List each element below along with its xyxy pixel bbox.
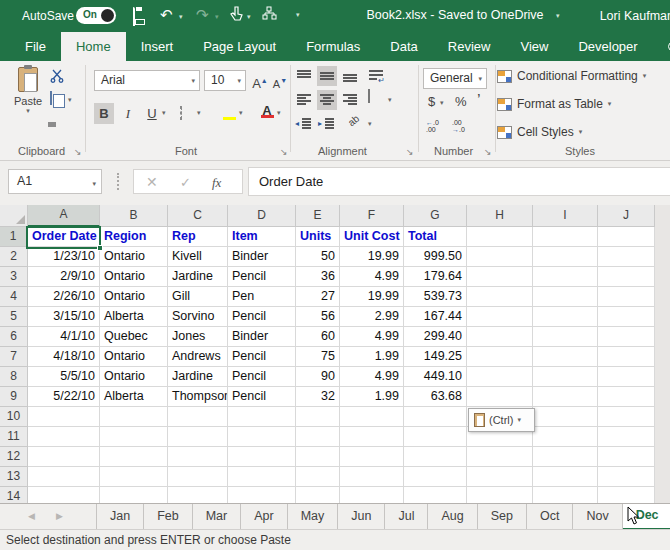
cell-I11[interactable] [533,427,598,447]
align-bottom-button[interactable] [340,66,360,86]
cell-H2[interactable] [467,247,533,267]
cell-G1[interactable]: Total [404,227,467,247]
cell-F13[interactable] [340,467,404,487]
borders-button[interactable] [180,107,198,125]
font-color-dropdown-icon[interactable]: ▾ [277,109,281,117]
column-header-F[interactable]: F [340,205,404,227]
paste-options-button[interactable]: (Ctrl) ▾ [468,408,535,432]
cell-C7[interactable]: Andrews [168,347,228,367]
sheet-tab-oct[interactable]: Oct [527,504,573,529]
cell-E12[interactable] [296,447,340,467]
cell-E6[interactable]: 60 [296,327,340,347]
fill-color-button[interactable] [220,105,238,123]
font-color-button[interactable]: A [258,103,276,121]
cell-F5[interactable]: 2.99 [340,307,404,327]
row-header-9[interactable]: 9 [0,387,28,407]
row-header-4[interactable]: 4 [0,287,28,307]
cell-F9[interactable]: 1.99 [340,387,404,407]
cell-A4[interactable]: 2/26/10 [28,287,100,307]
customize-qat-icon[interactable]: ▾ [296,11,300,19]
clipboard-dialog-launcher-icon[interactable]: ↘ [74,147,82,157]
cell-H4[interactable] [467,287,533,307]
merge-center-button[interactable] [366,90,386,110]
cell-J9[interactable] [598,387,655,407]
cell-D10[interactable] [228,407,296,427]
cell-D7[interactable]: Pencil [228,347,296,367]
cell-D8[interactable]: Pencil [228,367,296,387]
cell-C2[interactable]: Kivell [168,247,228,267]
cell-I6[interactable] [533,327,598,347]
column-header-I[interactable]: I [533,205,598,227]
cell-F8[interactable]: 4.99 [340,367,404,387]
cell-E9[interactable]: 32 [296,387,340,407]
cell-C8[interactable]: Jardine [168,367,228,387]
row-header-6[interactable]: 6 [0,327,28,347]
cell-C4[interactable]: Gill [168,287,228,307]
name-box-dropdown-icon[interactable]: ▾ [92,172,96,195]
cell-A11[interactable] [28,427,100,447]
cell-C10[interactable] [168,407,228,427]
sheet-tab-nov[interactable]: Nov [573,504,622,529]
sheet-tab-may[interactable]: May [288,504,339,529]
column-header-C[interactable]: C [168,205,228,227]
column-header-D[interactable]: D [228,205,296,227]
cell-B2[interactable]: Ontario [100,247,168,267]
sheet-tab-feb[interactable]: Feb [144,504,193,529]
row-header-1[interactable]: 1 [0,227,28,247]
column-header-H[interactable]: H [467,205,533,227]
copy-dropdown-icon[interactable]: ▾ [68,96,72,104]
cell-D3[interactable]: Pencil [228,267,296,287]
cell-I8[interactable] [533,367,598,387]
cell-J13[interactable] [598,467,655,487]
column-header-A[interactable]: A [28,205,100,227]
cell-H7[interactable] [467,347,533,367]
cell-J12[interactable] [598,447,655,467]
cell-A3[interactable]: 2/9/10 [28,267,100,287]
cell-D6[interactable]: Binder [228,327,296,347]
alignment-dialog-launcher-icon[interactable]: ↘ [406,147,414,157]
touch-mode-dropdown-icon[interactable]: ▾ [247,13,251,21]
currency-dropdown-icon[interactable]: ▾ [440,99,444,107]
formula-input[interactable]: Order Date [248,167,670,196]
autosave-toggle[interactable]: On [76,7,116,24]
name-box[interactable]: A1 ▾ [8,169,102,194]
cell-H8[interactable] [467,367,533,387]
cell-H13[interactable] [467,467,533,487]
cell-I5[interactable] [533,307,598,327]
bold-button[interactable]: B [94,103,114,124]
cell-J11[interactable] [598,427,655,447]
cell-J6[interactable] [598,327,655,347]
cell-C5[interactable]: Sorvino [168,307,228,327]
cell-C6[interactable]: Jones [168,327,228,347]
select-all-corner[interactable] [0,205,28,227]
font-name-combo[interactable]: Arial ▾ [94,70,200,91]
cell-D5[interactable]: Pencil [228,307,296,327]
cell-A6[interactable]: 4/1/10 [28,327,100,347]
cell-G12[interactable] [404,447,467,467]
align-top-button[interactable] [294,66,314,86]
ribbon-tab-home[interactable]: Home [61,32,126,61]
sheet-tab-apr[interactable]: Apr [241,504,287,529]
cell-A8[interactable]: 5/5/10 [28,367,100,387]
cell-J1[interactable] [598,227,655,247]
cell-G3[interactable]: 179.64 [404,267,467,287]
increase-indent-button[interactable] [317,114,337,134]
align-right-button[interactable] [340,90,360,110]
cell-B3[interactable]: Ontario [100,267,168,287]
sheet-tab-aug[interactable]: Aug [428,504,477,529]
cell-J2[interactable] [598,247,655,267]
ribbon-tab-page-layout[interactable]: Page Layout [188,32,291,61]
cell-I12[interactable] [533,447,598,467]
save-icon[interactable] [133,8,135,26]
cell-F6[interactable]: 4.99 [340,327,404,347]
cell-styles-button[interactable]: Cell Styles▾ [497,125,582,139]
cell-A2[interactable]: 1/23/10 [28,247,100,267]
cell-J5[interactable] [598,307,655,327]
cell-G9[interactable]: 63.68 [404,387,467,407]
cell-E3[interactable]: 36 [296,267,340,287]
ribbon-tab-developer[interactable]: Developer [563,32,652,61]
cell-F14[interactable] [340,487,404,503]
cell-B7[interactable]: Ontario [100,347,168,367]
cell-F10[interactable] [340,407,404,427]
column-header-G[interactable]: G [404,205,467,227]
